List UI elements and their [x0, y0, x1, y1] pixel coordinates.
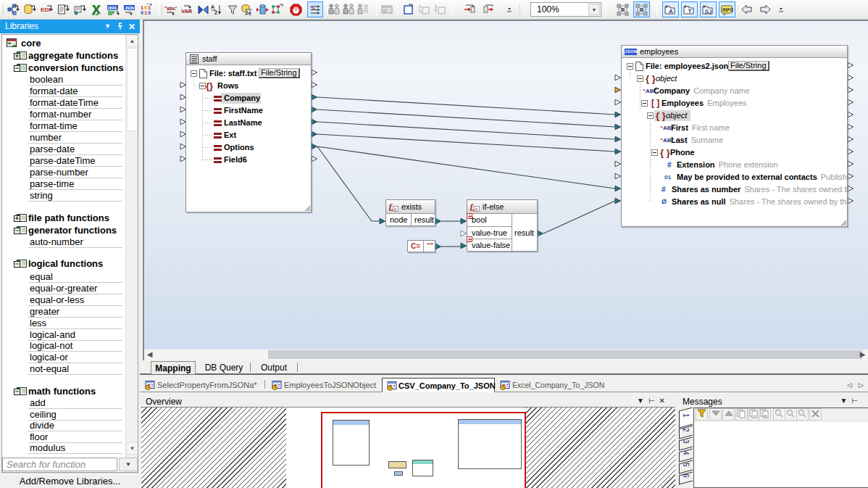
svg-text:VAR: VAR — [181, 8, 193, 15]
svg-text:A: A — [211, 4, 214, 9]
svg-text:(L): (L) — [705, 9, 711, 15]
svg-text:1: 1 — [144, 10, 147, 16]
svg-text:INFO: INFO — [722, 7, 733, 12]
svg-text:+: + — [754, 413, 756, 418]
svg-text:f: f — [389, 202, 393, 210]
svg-text:f: f — [470, 202, 474, 210]
svg-text:0: 0 — [148, 10, 151, 16]
svg-text:EDI: EDI — [41, 7, 50, 13]
svg-text:A·Z: A·Z — [245, 12, 252, 16]
svg-text:0: 0 — [141, 10, 143, 16]
svg-text:Z: Z — [214, 10, 218, 15]
svg-text:JSON: JSON — [125, 6, 134, 10]
svg-text:T: T — [435, 10, 437, 14]
svg-text:T: T — [688, 8, 692, 15]
svg-text:XBRL: XBRL — [108, 6, 119, 10]
svg-text:D: D — [419, 4, 422, 9]
svg-text:A: A — [669, 8, 673, 15]
svg-text:"abc": "abc" — [164, 6, 177, 11]
